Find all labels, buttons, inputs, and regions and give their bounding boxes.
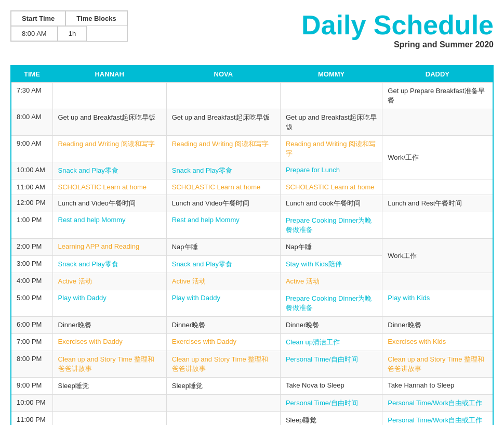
hannah-cell: Play with Daddy [52,290,166,317]
mommy-cell: Take Nova to Sleep [280,378,382,395]
hannah-cell: Snack and Play零食 [52,162,166,179]
table-header-row: TIME HANNAH NOVA MOMMY DADDY [11,66,493,83]
time-cell: 12:00 PM [11,195,52,212]
mommy-cell [280,83,382,109]
daddy-cell: Personal Time/Work自由或工作 [382,395,493,412]
time-cell: 7:00 PM [11,334,52,351]
table-row: 8:00 AMGet up and Breakfast起床吃早饭Get up a… [11,109,493,136]
mommy-cell: Reading and Writing 阅读和写字 [280,136,382,162]
mommy-cell: Personal Time/自由时间 [280,351,382,378]
daddy-cell: Exercises with Kids [382,334,493,351]
daddy-cell: Take Hannah to Sleep [382,378,493,395]
daddy-cell [382,212,493,239]
hannah-cell: Learning APP and Reading [52,239,166,256]
mommy-cell: Get up and Breakfast起床吃早饭 [280,109,382,136]
hannah-cell [52,83,166,109]
schedule-table: TIME HANNAH NOVA MOMMY DADDY 7:30 AMGet … [10,65,494,425]
hannah-cell: Exercises with Daddy [52,334,166,351]
nova-cell [166,412,280,425]
col-nova: NOVA [166,66,280,83]
nova-cell: Snack and Play零食 [166,162,280,179]
hannah-cell: Dinner晚餐 [52,317,166,334]
hannah-cell: Clean up and Story Time 整理和爸爸讲故事 [52,351,166,378]
time-cell: 8:00 PM [11,351,52,378]
nova-cell: Reading and Writing 阅读和写字 [166,136,280,162]
hannah-cell: Get up and Breakfast起床吃早饭 [52,109,166,136]
start-time-label: Start Time [11,11,65,26]
nova-cell: Lunch and Video午餐时间 [166,195,280,212]
mommy-cell: Prepare for Lunch [280,162,382,179]
nova-cell: Clean up and Story Time 整理和爸爸讲故事 [166,351,280,378]
daddy-cell: Get up Prepare Breakfast准备早餐 [382,83,493,109]
daddy-cell [382,179,493,195]
mommy-cell: Sleep睡觉 [280,412,382,425]
time-cell: 2:00 PM [11,239,52,256]
daddy-cell: Work/工作 [382,136,493,179]
nova-cell: Dinner晚餐 [166,317,280,334]
hannah-cell: Reading and Writing 阅读和写字 [52,136,166,162]
nova-cell: Nap午睡 [166,239,280,256]
table-row: 4:00 PMActive 活动Active 活动Active 活动 [11,273,493,290]
col-daddy: DADDY [382,66,493,83]
daddy-cell: Play with Kids [382,290,493,317]
hannah-cell: Rest and help Mommy [52,212,166,239]
table-row: 11:00 PMSleep睡觉Personal Time/Work自由或工作 [11,412,493,425]
hannah-cell: Snack and Play零食 [52,256,166,273]
table-row: 8:00 PMClean up and Story Time 整理和爸爸讲故事C… [11,351,493,378]
time-cell: 11:00 PM [11,412,52,425]
mommy-cell: Clean up清洁工作 [280,334,382,351]
time-cell: 8:00 AM [11,109,52,136]
daddy-cell: Dinner晚餐 [382,317,493,334]
config-panel: Start Time Time Blocks 8:00 AM 1h [10,10,128,42]
time-cell: 6:00 PM [11,317,52,334]
daddy-cell: Personal Time/Work自由或工作 [382,412,493,425]
nova-cell: Rest and help Mommy [166,212,280,239]
hannah-cell: Active 活动 [52,273,166,290]
top-section: Start Time Time Blocks 8:00 AM 1h Daily … [10,10,494,49]
nova-cell: Exercises with Daddy [166,334,280,351]
table-row: 2:00 PMLearning APP and ReadingNap午睡Nap午… [11,239,493,256]
nova-cell: Play with Daddy [166,290,280,317]
nova-cell [166,83,280,109]
time-cell: 7:30 AM [11,83,52,109]
mommy-cell: SCHOLASTIC Learn at home [280,179,382,195]
time-cell: 10:00 PM [11,395,52,412]
col-mommy: MOMMY [280,66,382,83]
start-time-value: 8:00 AM [11,26,58,41]
mommy-cell: Nap午睡 [280,239,382,256]
nova-cell: Active 活动 [166,273,280,290]
table-row: 1:00 PMRest and help MommyRest and help … [11,212,493,239]
daddy-cell: Lunch and Rest午餐时间 [382,195,493,212]
hannah-cell: Sleep睡觉 [52,378,166,395]
table-row: 9:00 PMSleep睡觉Sleep睡觉Take Nova to SleepT… [11,378,493,395]
daddy-cell: Work工作 [382,239,493,273]
col-hannah: HANNAH [52,66,166,83]
daddy-cell: Clean up and Story Time 整理和爸爸讲故事 [382,351,493,378]
daddy-cell [382,273,493,290]
nova-cell: Snack and Play零食 [166,256,280,273]
table-row: 7:00 PMExercises with DaddyExercises wit… [11,334,493,351]
hannah-cell [52,412,166,425]
table-row: 7:30 AMGet up Prepare Breakfast准备早餐 [11,83,493,109]
time-cell: 10:00 AM [11,162,52,179]
time-cell: 11:00 AM [11,179,52,195]
time-cell: 9:00 PM [11,378,52,395]
hannah-cell: SCHOLASTIC Learn at home [52,179,166,195]
hannah-cell: Lunch and Video午餐时间 [52,195,166,212]
hannah-cell [52,395,166,412]
page-subtitle: Spring and Summer 2020 [149,40,494,49]
table-row: 10:00 PMPersonal Time/自由时间Personal Time/… [11,395,493,412]
time-cell: 3:00 PM [11,256,52,273]
time-cell: 5:00 PM [11,290,52,317]
mommy-cell: Personal Time/自由时间 [280,395,382,412]
time-cell: 9:00 AM [11,136,52,162]
time-blocks-value: 1h [58,26,87,41]
nova-cell: SCHOLASTIC Learn at home [166,179,280,195]
daddy-cell [382,109,493,136]
table-row: 5:00 PMPlay with DaddyPlay with DaddyPre… [11,290,493,317]
mommy-cell: Lunch and cook午餐时间 [280,195,382,212]
nova-cell: Sleep睡觉 [166,378,280,395]
nova-cell: Get up and Breakfast起床吃早饭 [166,109,280,136]
title-section: Daily Schedule Spring and Summer 2020 [149,10,494,49]
table-row: 12:00 PMLunch and Video午餐时间Lunch and Vid… [11,195,493,212]
